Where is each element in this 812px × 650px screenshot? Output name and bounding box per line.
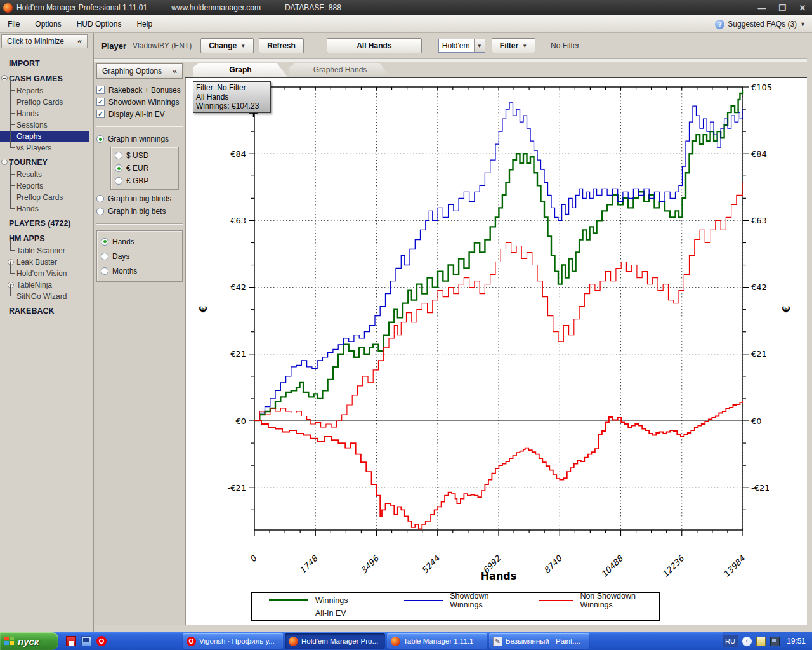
graphing-options-header[interactable]: Graphing Options «	[96, 63, 183, 79]
minus-expander-icon[interactable]: –	[1, 75, 8, 81]
menu-file[interactable]: File	[0, 17, 27, 31]
start-button-label: пуск	[18, 636, 39, 647]
svg-text:€63: €63	[751, 216, 767, 225]
legend-line-sample	[269, 613, 308, 613]
tree-line	[10, 175, 15, 186]
close-icon[interactable]: ✕	[797, 3, 808, 13]
graphing-options-checkboxes: ✓Rakeback + Bonuses✓Showdown Winnings✓Di…	[96, 84, 183, 120]
tab-graphed-hands[interactable]: Graphed Hands	[289, 63, 391, 77]
game-type-select[interactable]: Hold'em ▼	[438, 39, 485, 53]
paint-icon: ✎	[493, 637, 502, 646]
sidebar-item-label: Graphs	[16, 132, 41, 141]
taskbar-task-vigorish[interactable]: OVigorish · Профиль у...	[183, 633, 283, 649]
radio-days[interactable]: Days	[101, 249, 178, 263]
sidebar-item-table-scanner[interactable]: Table Scanner	[0, 245, 89, 256]
checkbox-display-all-in-ev[interactable]: ✓Display All-In EV	[96, 108, 183, 120]
taskbar-task-table-manager-1-11-1[interactable]: Table Manager 1.11.1	[387, 633, 487, 649]
collapse-left-icon: «	[77, 37, 82, 46]
radio-graph-in-winnings[interactable]: Graph in winnings	[96, 133, 183, 145]
legend-line-sample	[404, 600, 443, 601]
sidebar-item-label: Preflop Cards	[16, 98, 63, 107]
menu-hud-options[interactable]: HUD Options	[69, 17, 129, 31]
menu-help[interactable]: Help	[129, 17, 160, 31]
filter-button[interactable]: Filter ▼	[492, 38, 535, 53]
all-hands-button[interactable]: All Hands	[327, 38, 422, 53]
radio-icon[interactable]	[101, 267, 108, 275]
radio-icon[interactable]	[101, 238, 108, 246]
legend-label: All-In EV	[315, 609, 346, 618]
refresh-button-label: Refresh	[267, 41, 296, 50]
chevron-down-icon[interactable]: ▼	[474, 39, 485, 52]
svg-text:€84: €84	[751, 149, 767, 159]
game-type-value: Hold'em	[442, 41, 470, 50]
sidebar-item-vs-players[interactable]: vs Players	[0, 142, 89, 154]
winnings-graph[interactable]: -€21-€21€0€0€21€21€42€42€63€63€84€84€105…	[186, 77, 808, 625]
checkbox-rakeback-bonuses[interactable]: ✓Rakeback + Bonuses	[96, 84, 183, 96]
sidebar-section-players-4722[interactable]: PLAYERS (4722)	[0, 217, 89, 230]
radio-icon[interactable]	[115, 177, 122, 185]
hide-tray-icons-icon[interactable]: ‹	[742, 637, 752, 646]
legend-label: Winnings	[315, 596, 348, 605]
radio-months[interactable]: Months	[101, 263, 178, 278]
show-desktop-icon[interactable]	[81, 636, 91, 646]
start-button[interactable]: пуск	[0, 632, 58, 650]
sidebar-section-import[interactable]: IMPORT	[0, 57, 89, 70]
radio-graph-in-big-bets[interactable]: Graph in big bets	[96, 205, 183, 218]
sidebar-item-hold-em-vision[interactable]: Hold'em Vision	[0, 268, 89, 279]
sidebar-splitter[interactable]	[89, 33, 94, 632]
graphing-options-period: HandsDaysMonths	[96, 230, 183, 282]
radio-gbp[interactable]: £ GBP	[115, 175, 174, 187]
minus-expander-icon[interactable]: –	[1, 159, 8, 165]
windows-logo-icon	[4, 637, 15, 646]
graphing-options-title: Graphing Options	[102, 67, 162, 76]
chart-region: Filter: No Filter All Hands Winnings: €1…	[185, 77, 807, 625]
radio-icon[interactable]	[115, 164, 122, 172]
restore-icon[interactable]: ❐	[776, 3, 788, 13]
radio-eur[interactable]: € EUR	[115, 162, 174, 175]
taskbar-task-hold-em-manager-pro[interactable]: Hold'em Manager Pro...	[285, 633, 385, 649]
change-button[interactable]: Change ▼	[200, 38, 254, 53]
sidebar-minimize-button[interactable]: Click to Minimize «	[1, 34, 88, 48]
sidebar-section-rakeback[interactable]: RAKEBACK	[0, 305, 89, 317]
legend-item-showdown-winnings: Showdown Winnings	[388, 594, 523, 607]
refresh-button[interactable]: Refresh	[259, 38, 304, 53]
save-icon[interactable]	[66, 636, 76, 646]
sidebar-item-label: Table Scanner	[16, 246, 65, 255]
legend-line-sample	[539, 600, 573, 601]
network-tray-icon[interactable]	[770, 637, 780, 646]
radio-usd[interactable]: $ USD	[115, 149, 174, 162]
sidebar-item-hands[interactable]: Hands	[0, 203, 89, 215]
checkbox-icon[interactable]: ✓	[96, 98, 105, 106]
tab-bar: GraphGraphed Hands	[188, 63, 807, 77]
sidebar-item-sitngo-wizard[interactable]: SitNGo Wizard	[0, 291, 89, 302]
quick-launch: O	[66, 636, 107, 646]
tree-line	[10, 186, 15, 197]
language-indicator[interactable]: RU	[723, 635, 738, 647]
hm-icon	[289, 637, 298, 646]
opera-icon[interactable]: O	[96, 636, 107, 646]
taskbar-task-paint[interactable]: ✎Безымянный - Paint....	[489, 633, 589, 649]
radio-icon[interactable]	[101, 253, 108, 260]
radio-hands[interactable]: Hands	[101, 234, 178, 249]
minimize-icon[interactable]: —	[756, 3, 768, 13]
svg-text:3496: 3496	[359, 553, 381, 575]
radio-icon[interactable]	[115, 152, 122, 159]
checkbox-icon[interactable]: ✓	[96, 86, 105, 94]
menu-options[interactable]: Options	[27, 17, 69, 31]
checkbox-showdown-winnings[interactable]: ✓Showdown Winnings	[96, 96, 183, 108]
tree-line	[10, 163, 15, 175]
clipboard-tray-icon[interactable]	[756, 637, 766, 646]
radio-icon[interactable]	[96, 135, 104, 143]
svg-text:€84: €84	[230, 149, 246, 159]
checkbox-icon[interactable]: ✓	[96, 110, 105, 118]
radio-label: Days	[112, 252, 129, 261]
svg-text:€0: €0	[235, 416, 246, 426]
svg-text:0: 0	[248, 553, 259, 564]
radio-label: Graph in big blinds	[108, 194, 171, 203]
radio-icon[interactable]	[96, 208, 104, 215]
tab-graph[interactable]: Graph	[193, 63, 288, 77]
legend-item-winnings: Winnings	[252, 594, 388, 607]
radio-graph-in-big-blinds[interactable]: Graph in big blinds	[96, 192, 183, 205]
radio-icon[interactable]	[96, 195, 104, 202]
suggested-faqs[interactable]: ? Suggested FAQs (3) ▼	[715, 15, 806, 33]
